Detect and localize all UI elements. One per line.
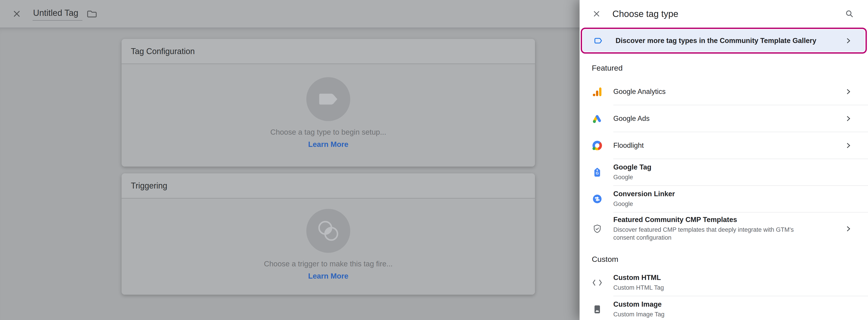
tag-type-subtitle: Google xyxy=(613,200,675,208)
tag-type-subtitle: Google xyxy=(613,173,651,181)
trigger-circles-icon xyxy=(314,217,342,245)
section-heading-custom: Custom xyxy=(592,255,868,264)
close-icon[interactable] xyxy=(12,9,21,18)
triggering-body[interactable]: Choose a trigger to make this tag fire..… xyxy=(122,198,535,295)
tag-type-title: Custom Image xyxy=(613,300,664,309)
tag-type-conversion-linker[interactable]: Conversion Linker Google xyxy=(580,186,868,212)
image-icon xyxy=(592,305,602,314)
tag-glyph-icon xyxy=(319,93,338,105)
community-template-gallery-inner: Discover more tag types in the Community… xyxy=(583,30,865,52)
section-heading-featured: Featured xyxy=(592,64,868,72)
tag-name-input[interactable]: Untitled Tag xyxy=(33,7,83,21)
triggering-placeholder-text: Choose a trigger to make this tag fire..… xyxy=(264,260,393,268)
panel-title: Choose tag type xyxy=(612,9,678,19)
tag-type-title: Conversion Linker xyxy=(613,190,675,198)
tag-config-placeholder-text: Choose a tag type to begin setup... xyxy=(270,128,386,136)
chevron-right-icon xyxy=(845,115,852,122)
conversion-linker-icon xyxy=(592,194,602,204)
tag-type-placeholder-circle[interactable] xyxy=(306,77,350,121)
community-template-gallery-label: Discover more tag types in the Community… xyxy=(616,37,816,45)
tag-type-subtitle: Discover featured CMP templates that dee… xyxy=(613,226,797,242)
tag-type-title: Floodlight xyxy=(613,141,644,150)
tag-type-custom-image[interactable]: Custom Image Custom Image Tag xyxy=(580,296,868,320)
chevron-right-icon xyxy=(845,225,852,232)
tag-configuration-title: Tag Configuration xyxy=(122,39,535,64)
google-tag-icon: G xyxy=(592,167,602,177)
triggering-card: Triggering Choose a trigger to make this… xyxy=(122,173,535,295)
trigger-placeholder-circle[interactable] xyxy=(306,209,350,253)
search-icon[interactable] xyxy=(845,9,854,18)
tag-type-title: Google Ads xyxy=(613,115,650,123)
google-ads-icon xyxy=(592,114,602,123)
tag-type-subtitle: Custom Image Tag xyxy=(613,311,664,318)
chevron-right-icon xyxy=(845,88,852,95)
folder-icon[interactable] xyxy=(87,9,97,19)
triggering-learn-more-link[interactable]: Learn More xyxy=(308,272,348,280)
google-analytics-icon xyxy=(592,87,602,96)
tag-label-outline-icon xyxy=(594,36,603,45)
tag-type-google-ads[interactable]: Google Ads xyxy=(580,105,868,132)
tag-type-google-analytics[interactable]: Google Analytics xyxy=(580,78,868,105)
tag-config-learn-more-link[interactable]: Learn More xyxy=(308,140,348,149)
tag-type-title: Featured Community CMP Templates xyxy=(613,216,797,224)
triggering-title: Triggering xyxy=(122,173,535,198)
tag-configuration-card: Tag Configuration Choose a tag type to b… xyxy=(122,39,535,166)
tag-configuration-body[interactable]: Choose a tag type to begin setup... Lear… xyxy=(122,64,535,166)
tag-type-title: Custom HTML xyxy=(613,274,664,282)
chevron-right-icon xyxy=(845,37,852,44)
tag-type-custom-html[interactable]: Custom HTML Custom HTML Tag xyxy=(580,269,868,296)
tag-type-subtitle: Custom HTML Tag xyxy=(613,284,664,292)
panel-header: Choose tag type xyxy=(580,0,868,28)
chevron-right-icon xyxy=(845,142,852,149)
shield-check-icon xyxy=(592,224,602,233)
floodlight-icon xyxy=(592,141,602,150)
code-brackets-icon xyxy=(592,279,602,287)
close-icon[interactable] xyxy=(592,9,601,18)
tag-type-cmp-templates[interactable]: Featured Community CMP Templates Discove… xyxy=(580,213,868,245)
tag-type-title: Google Analytics xyxy=(613,88,665,96)
tag-type-floodlight[interactable]: Floodlight xyxy=(580,132,868,159)
tag-type-title: Google Tag xyxy=(613,163,651,171)
community-template-gallery-button[interactable]: Discover more tag types in the Community… xyxy=(581,28,867,54)
svg-text:G: G xyxy=(596,171,598,175)
tag-type-google-tag[interactable]: G Google Tag Google xyxy=(580,159,868,185)
choose-tag-type-panel: Choose tag type Discover more tag types … xyxy=(580,0,868,320)
